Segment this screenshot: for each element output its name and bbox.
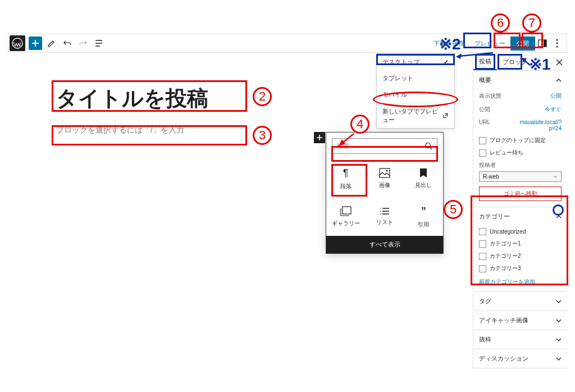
inserter-search-input[interactable] [332,143,420,149]
wordpress-logo[interactable] [10,35,25,51]
external-link-icon [442,112,449,119]
author-label: 投稿者 [473,159,567,170]
panel-discussion: ディスカッション [473,349,567,368]
document-overview-button[interactable] [93,37,105,49]
panel-summary-title: 概要 [479,76,491,84]
pending-review-checkbox[interactable]: レビュー待ち [473,147,567,159]
preview-new-tab[interactable]: 新しいタブでプレビュー [377,103,454,128]
inserter-show-all[interactable]: すべて表示 [326,236,443,253]
chevron-down-icon [556,300,562,303]
block-gallery-label: ギャラリー [332,220,360,227]
close-icon [556,59,563,66]
preview-mobile[interactable]: モバイル [377,86,454,103]
panel-discussion-title: ディスカッション [479,354,528,363]
panel-featured-image-title: アイキャッチ画像 [479,316,528,325]
panel-discussion-toggle[interactable]: ディスカッション [473,349,567,368]
options-button[interactable] [550,36,564,51]
redo-button[interactable] [77,37,89,49]
block-heading-label: 見出し [415,181,432,189]
panel-featured-image: アイキャッチ画像 [473,311,567,330]
preview-menu: デスクトップ ✓ タブレット モバイル 新しいタブでプレビュー [376,53,455,129]
tab-post[interactable]: 投稿 [473,54,497,70]
category-checkbox-2[interactable]: カテゴリー2 [473,250,567,262]
inserter-grid: ¶ 段落 画像 見出し ギャラリー リスト ” 引用 [326,159,443,236]
paragraph-placeholder[interactable]: ブロックを選択するには「/」を入力 [56,125,208,135]
block-inserter: ¶ 段落 画像 見出し ギャラリー リスト ” 引用 [326,132,444,254]
chevron-down-icon [556,338,562,341]
add-block-button[interactable] [29,37,42,50]
editor-canvas: タイトルを投稿 ブロックを選択するには「/」を入力 [56,84,208,135]
chevron-down-icon [556,357,562,361]
bookmark-icon [419,168,428,178]
publish-button[interactable]: 公開 [510,37,535,51]
add-new-category[interactable]: 新規カテゴリーを追加 [473,275,567,291]
chevron-up-icon [556,79,562,82]
category-label: カテゴリー1 [490,240,521,248]
redo-icon [79,39,88,48]
visibility-label: 表示状態 [479,92,501,100]
panel-excerpt: 抜粋 [473,330,567,349]
save-draft-button[interactable]: 下書き保存 [428,37,469,51]
list-icon [380,207,390,215]
svg-point-8 [386,170,387,172]
annotation-circle-2: 2 [253,87,272,106]
block-list[interactable]: リスト [365,198,404,236]
checkbox-icon [479,228,486,235]
block-image[interactable]: 画像 [365,159,404,198]
preview-tablet[interactable]: タブレット [377,70,454,86]
panel-featured-image-toggle[interactable]: アイキャッチ画像 [473,311,567,330]
block-heading[interactable]: 見出し [404,159,443,198]
panel-tags-toggle[interactable]: タグ [473,292,567,311]
panel-summary-toggle[interactable]: 概要 [473,71,567,89]
search-icon [420,142,437,150]
summary-publish[interactable]: 公開 今すぐ [473,103,567,116]
post-title-input[interactable]: タイトルを投稿 [56,84,208,113]
summary-visibility[interactable]: 表示状態 公開 [473,89,567,103]
panel-categories-toggle[interactable]: カテゴリー [473,207,567,226]
panel-excerpt-toggle[interactable]: 抜粋 [473,330,567,349]
sidebar-close[interactable] [551,54,567,70]
block-paragraph[interactable]: ¶ 段落 [326,159,365,198]
toolbar-left [8,35,105,51]
inserter-search[interactable] [332,138,437,154]
tab-block[interactable]: ブロック [497,54,533,70]
svg-point-3 [556,39,558,41]
category-checkbox-1[interactable]: カテゴリー1 [473,238,567,250]
sidebar-icon [537,38,547,48]
annotation-circle-7: 7 [522,13,541,33]
category-checkbox-3[interactable]: カテゴリー3 [473,262,567,275]
author-select[interactable]: R-web [479,171,562,182]
visibility-value: 公開 [550,92,562,100]
undo-button[interactable] [61,37,74,49]
block-list-label: リスト [376,218,393,226]
publish-label: 公開 [479,106,490,113]
preview-desktop[interactable]: デスクトップ ✓ [377,54,454,70]
settings-sidebar-toggle[interactable] [535,36,550,51]
category-label: カテゴリー2 [490,252,521,260]
checkbox-icon [479,253,486,260]
panel-tags-title: タグ [479,297,491,306]
block-gallery[interactable]: ギャラリー [326,198,365,236]
checkbox-icon [479,137,486,144]
block-paragraph-label: 段落 [340,183,352,190]
move-to-trash[interactable]: ゴミ箱へ移動 [479,186,562,201]
preview-new-tab-label: 新しいタブでプレビュー [382,107,442,124]
edit-mode-toggle[interactable] [45,37,58,49]
category-checkbox-0[interactable]: Uncategorized [473,226,567,238]
publish-value: 今すぐ [545,106,562,113]
preview-tablet-label: タブレット [382,74,413,83]
pin-to-top-checkbox[interactable]: ブログのトップに固定 [473,134,567,147]
plus-icon [31,39,39,47]
svg-rect-7 [380,168,390,177]
svg-rect-2 [544,40,546,47]
inserter-toggle[interactable] [314,132,325,143]
list-view-icon [94,39,103,48]
more-vertical-icon [556,39,558,48]
preview-button[interactable]: プレビュー [469,37,510,51]
block-quote[interactable]: ” 引用 [404,198,443,236]
plus-icon [316,134,323,141]
panel-excerpt-title: 抜粋 [479,335,491,344]
summary-url[interactable]: URL maualsite.local/?p=24 [473,116,567,134]
chevron-down-icon [556,319,562,322]
pin-to-top-label: ブログのトップに固定 [490,136,546,144]
